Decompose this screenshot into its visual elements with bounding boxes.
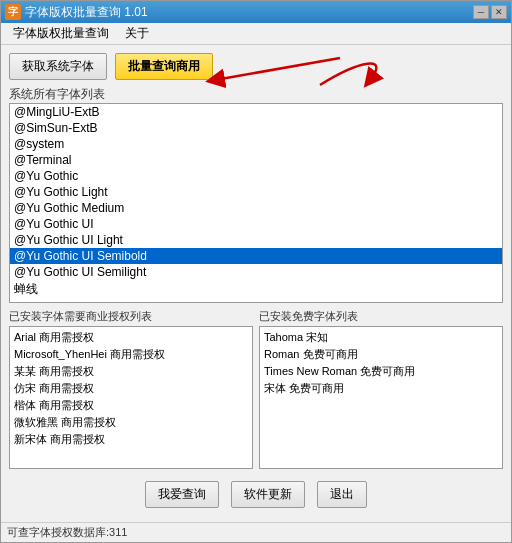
paid-font-1[interactable]: Microsoft_YhenHei 商用需授权 — [12, 346, 250, 363]
paid-font-3[interactable]: 仿宋 商用需授权 — [12, 380, 250, 397]
paid-font-4[interactable]: 楷体 商用需授权 — [12, 397, 250, 414]
font-item-6[interactable]: @Yu Gothic Medium — [10, 200, 502, 216]
menu-item-about[interactable]: 关于 — [117, 23, 157, 44]
toolbar: 获取系统字体 批量查询商用 — [9, 53, 503, 80]
close-button[interactable]: ✕ — [491, 5, 507, 19]
paid-fonts-list[interactable]: Arial 商用需授权 Microsoft_YhenHei 商用需授权 某某 商… — [9, 326, 253, 469]
font-item-3[interactable]: @Terminal — [10, 152, 502, 168]
get-fonts-button[interactable]: 获取系统字体 — [9, 53, 107, 80]
font-item-4[interactable]: @Yu Gothic — [10, 168, 502, 184]
paid-font-2[interactable]: 某某 商用需授权 — [12, 363, 250, 380]
free-fonts-label: 已安装免费字体列表 — [259, 309, 503, 324]
paid-font-6[interactable]: 新宋体 商用需授权 — [12, 431, 250, 448]
free-fonts-list[interactable]: Tahoma 宋知 Roman 免费可商用 Times New Roman 免费… — [259, 326, 503, 469]
menu-bar: 字体版权批量查询 关于 — [1, 23, 511, 45]
free-font-2[interactable]: Times New Roman 免费可商用 — [262, 363, 500, 380]
minimize-button[interactable]: ─ — [473, 5, 489, 19]
font-list-section: 系统所有字体列表 @MingLiU-ExtB @SimSun-ExtB @sys… — [9, 86, 503, 303]
font-item-2[interactable]: @system — [10, 136, 502, 152]
bottom-buttons: 我爱查询 软件更新 退出 — [9, 475, 503, 514]
font-list-container[interactable]: @MingLiU-ExtB @SimSun-ExtB @system @Term… — [9, 103, 503, 303]
font-item-9[interactable]: @Yu Gothic UI Semibold — [10, 248, 502, 264]
update-button[interactable]: 软件更新 — [231, 481, 305, 508]
main-window: 字 字体版权批量查询 1.01 ─ ✕ 字体版权批量查询 关于 获取系统字体 批… — [0, 0, 512, 543]
window-controls: ─ ✕ — [473, 5, 507, 19]
bottom-section: 已安装字体需要商业授权列表 Arial 商用需授权 Microsoft_Yhen… — [9, 309, 503, 469]
query-button[interactable]: 我爱查询 — [145, 481, 219, 508]
menu-item-font-query[interactable]: 字体版权批量查询 — [5, 23, 117, 44]
font-item-5[interactable]: @Yu Gothic Light — [10, 184, 502, 200]
free-fonts-panel: 已安装免费字体列表 Tahoma 宋知 Roman 免费可商用 Times Ne… — [259, 309, 503, 469]
font-item-10[interactable]: @Yu Gothic UI Semilight — [10, 264, 502, 280]
exit-button[interactable]: 退出 — [317, 481, 367, 508]
paid-font-0[interactable]: Arial 商用需授权 — [12, 329, 250, 346]
status-text: 可查字体授权数据库:311 — [7, 526, 127, 538]
font-item-8[interactable]: @Yu Gothic UI Light — [10, 232, 502, 248]
status-bar: 可查字体授权数据库:311 — [1, 522, 511, 542]
window-title: 字体版权批量查询 1.01 — [25, 4, 473, 21]
paid-font-5[interactable]: 微软雅黑 商用需授权 — [12, 414, 250, 431]
free-font-0[interactable]: Tahoma 宋知 — [262, 329, 500, 346]
paid-fonts-panel: 已安装字体需要商业授权列表 Arial 商用需授权 Microsoft_Yhen… — [9, 309, 253, 469]
app-icon: 字 — [5, 4, 21, 20]
title-bar: 字 字体版权批量查询 1.01 ─ ✕ — [1, 1, 511, 23]
main-content: 获取系统字体 批量查询商用 系统所有字体列表 @MingLiU-ExtB @Si… — [1, 45, 511, 522]
paid-fonts-label: 已安装字体需要商业授权列表 — [9, 309, 253, 324]
batch-query-button[interactable]: 批量查询商用 — [115, 53, 213, 80]
font-item-11[interactable]: 蝉线 — [10, 280, 502, 299]
font-item-0[interactable]: @MingLiU-ExtB — [10, 104, 502, 120]
free-font-1[interactable]: Roman 免费可商用 — [262, 346, 500, 363]
font-list-label: 系统所有字体列表 — [9, 86, 503, 103]
free-font-3[interactable]: 宋体 免费可商用 — [262, 380, 500, 397]
font-item-7[interactable]: @Yu Gothic UI — [10, 216, 502, 232]
font-item-1[interactable]: @SimSun-ExtB — [10, 120, 502, 136]
